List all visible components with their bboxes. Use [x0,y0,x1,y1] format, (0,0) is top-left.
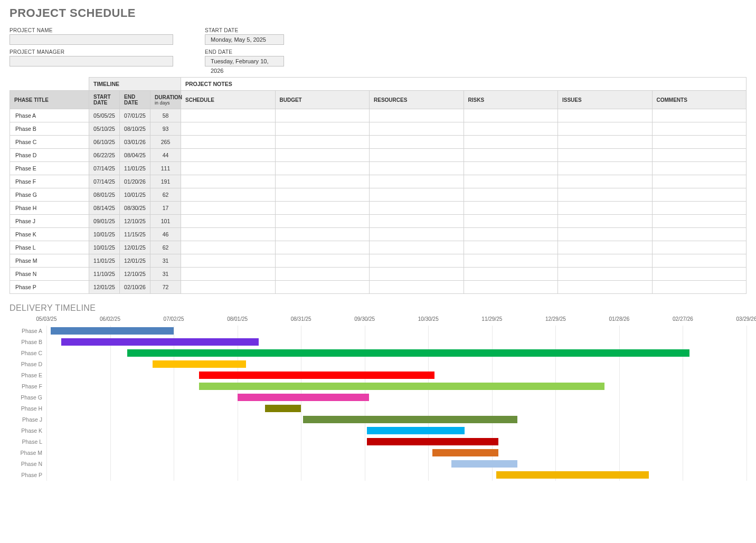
cell-start[interactable]: 10/01/25 [89,241,120,254]
cell-resources[interactable] [370,254,464,268]
cell-resources[interactable] [370,136,464,149]
cell-comments[interactable] [652,241,746,254]
cell-schedule[interactable] [181,268,276,281]
cell-resources[interactable] [370,109,464,122]
cell-schedule[interactable] [181,202,276,215]
cell-risks[interactable] [464,136,558,149]
cell-end[interactable]: 01/20/26 [120,175,150,188]
cell-duration[interactable]: 31 [150,268,181,281]
cell-budget[interactable] [275,215,370,228]
cell-end[interactable]: 07/01/25 [120,109,150,122]
cell-duration[interactable]: 101 [150,215,181,228]
cell-resources[interactable] [370,202,464,215]
cell-comments[interactable] [652,175,746,188]
cell-budget[interactable] [275,228,370,241]
cell-schedule[interactable] [181,149,276,162]
cell-end[interactable]: 08/30/25 [120,202,150,215]
cell-duration[interactable]: 111 [150,162,181,175]
cell-phase[interactable]: Phase D [10,149,89,162]
cell-risks[interactable] [464,254,558,268]
cell-phase[interactable]: Phase B [10,122,89,136]
cell-resources[interactable] [370,188,464,202]
cell-comments[interactable] [652,122,746,136]
cell-budget[interactable] [275,162,370,175]
cell-duration[interactable]: 46 [150,228,181,241]
cell-duration[interactable]: 62 [150,241,181,254]
cell-start[interactable]: 06/22/25 [89,149,120,162]
cell-issues[interactable] [558,254,653,268]
cell-end[interactable]: 02/10/26 [120,281,150,294]
cell-issues[interactable] [558,241,653,254]
cell-issues[interactable] [558,268,653,281]
cell-risks[interactable] [464,228,558,241]
cell-start[interactable]: 09/01/25 [89,215,120,228]
cell-issues[interactable] [558,188,653,202]
cell-duration[interactable]: 62 [150,188,181,202]
cell-phase[interactable]: Phase F [10,175,89,188]
cell-phase[interactable]: Phase K [10,228,89,241]
cell-budget[interactable] [275,241,370,254]
project-name-input[interactable] [10,34,173,45]
cell-budget[interactable] [275,136,370,149]
cell-schedule[interactable] [181,188,276,202]
cell-risks[interactable] [464,122,558,136]
cell-resources[interactable] [370,268,464,281]
cell-duration[interactable]: 31 [150,254,181,268]
cell-issues[interactable] [558,109,653,122]
cell-duration[interactable]: 93 [150,122,181,136]
cell-comments[interactable] [652,188,746,202]
cell-budget[interactable] [275,281,370,294]
cell-budget[interactable] [275,254,370,268]
cell-risks[interactable] [464,175,558,188]
cell-risks[interactable] [464,268,558,281]
cell-budget[interactable] [275,122,370,136]
cell-end[interactable]: 08/04/25 [120,149,150,162]
cell-budget[interactable] [275,149,370,162]
cell-start[interactable]: 05/10/25 [89,122,120,136]
cell-issues[interactable] [558,228,653,241]
cell-start[interactable]: 08/01/25 [89,188,120,202]
cell-issues[interactable] [558,175,653,188]
cell-comments[interactable] [652,268,746,281]
cell-risks[interactable] [464,281,558,294]
cell-start[interactable]: 11/10/25 [89,268,120,281]
cell-phase[interactable]: Phase E [10,162,89,175]
cell-start[interactable]: 07/14/25 [89,175,120,188]
cell-duration[interactable]: 44 [150,149,181,162]
cell-phase[interactable]: Phase M [10,254,89,268]
cell-issues[interactable] [558,162,653,175]
cell-comments[interactable] [652,281,746,294]
cell-start[interactable]: 05/05/25 [89,109,120,122]
cell-comments[interactable] [652,109,746,122]
cell-schedule[interactable] [181,175,276,188]
cell-start[interactable]: 08/14/25 [89,202,120,215]
cell-start[interactable]: 11/01/25 [89,254,120,268]
cell-end[interactable]: 11/15/25 [120,228,150,241]
cell-schedule[interactable] [181,254,276,268]
cell-phase[interactable]: Phase H [10,202,89,215]
cell-risks[interactable] [464,215,558,228]
cell-start[interactable]: 12/01/25 [89,281,120,294]
cell-duration[interactable]: 58 [150,109,181,122]
cell-issues[interactable] [558,281,653,294]
cell-risks[interactable] [464,188,558,202]
cell-phase[interactable]: Phase G [10,188,89,202]
cell-budget[interactable] [275,109,370,122]
cell-start[interactable]: 06/10/25 [89,136,120,149]
cell-resources[interactable] [370,281,464,294]
cell-start[interactable]: 10/01/25 [89,228,120,241]
cell-resources[interactable] [370,175,464,188]
cell-resources[interactable] [370,162,464,175]
cell-phase[interactable]: Phase J [10,215,89,228]
cell-end[interactable]: 10/01/25 [120,188,150,202]
cell-end[interactable]: 12/01/25 [120,241,150,254]
end-date-field[interactable]: Tuesday, February 10, 2026 [205,56,284,66]
cell-resources[interactable] [370,215,464,228]
cell-start[interactable]: 07/14/25 [89,162,120,175]
cell-phase[interactable]: Phase P [10,281,89,294]
cell-phase[interactable]: Phase C [10,136,89,149]
cell-end[interactable]: 12/10/25 [120,268,150,281]
cell-phase[interactable]: Phase A [10,109,89,122]
cell-schedule[interactable] [181,122,276,136]
cell-comments[interactable] [652,136,746,149]
